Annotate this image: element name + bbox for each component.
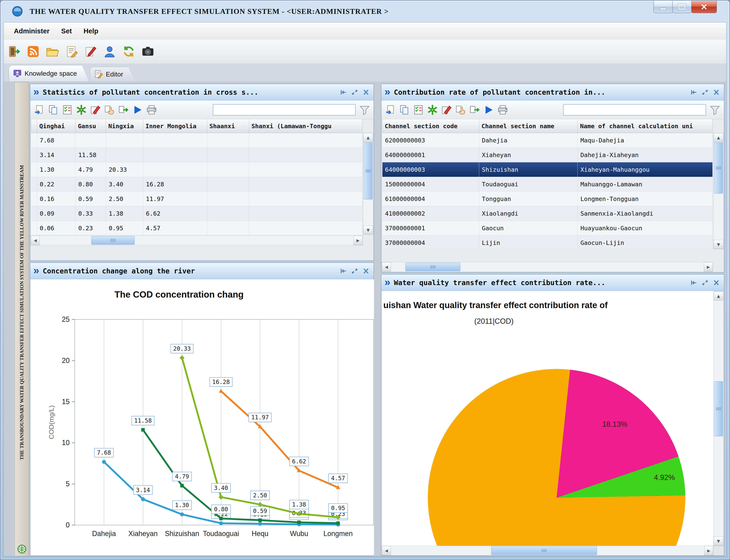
print-icon[interactable]: [497, 104, 508, 115]
filter-input[interactable]: [563, 104, 706, 116]
print-icon[interactable]: [146, 104, 157, 115]
table-row[interactable]: 37000000001GaocunHuayuankou-Gaocun: [382, 221, 713, 236]
checklist-icon[interactable]: [413, 104, 424, 115]
restore-icon[interactable]: [701, 88, 710, 96]
menu-help[interactable]: Help: [78, 26, 104, 36]
table-row[interactable]: 41000000002XiaolangdiSanmenxia-Xiaolangd…: [382, 206, 713, 221]
pin-icon[interactable]: [339, 88, 348, 96]
scroll-right-button[interactable]: ▶: [704, 546, 713, 555]
eraser-icon[interactable]: [90, 104, 101, 115]
maximize-button[interactable]: [672, 1, 692, 13]
panel-header[interactable]: » Statistics of pollutant concentration …: [30, 84, 373, 100]
scroll-left-button[interactable]: ◀: [31, 236, 40, 245]
pin-icon[interactable]: [689, 279, 698, 287]
scroll-up-button[interactable]: ▲: [714, 292, 723, 300]
vertical-scrollbar[interactable]: ▲ ▼: [363, 133, 373, 235]
rss-icon[interactable]: [27, 45, 40, 58]
pin-icon[interactable]: [689, 88, 698, 96]
table-row[interactable]: 61000000004TongguanLongmen-Tongguan: [382, 192, 713, 206]
copy-icon[interactable]: [399, 104, 410, 115]
close-icon[interactable]: [712, 88, 721, 96]
run-icon[interactable]: [483, 104, 494, 115]
table-row[interactable]: 0.220.803.4016.28: [31, 177, 362, 192]
horizontal-scrollbar[interactable]: ◀ ▶: [31, 236, 363, 245]
camera-icon[interactable]: [141, 45, 154, 58]
panel-header[interactable]: » Water quality transfer effect contribu…: [381, 275, 724, 291]
table-row[interactable]: 0.090.331.386.62: [31, 206, 362, 221]
horizontal-scrollbar[interactable]: ◀ ▶: [382, 262, 713, 272]
panel-header[interactable]: » Concentration change along the river: [30, 263, 373, 279]
scrollbar-thumb[interactable]: [364, 142, 372, 199]
column-header[interactable]: Gansu: [76, 119, 106, 133]
flower-icon[interactable]: [427, 104, 438, 115]
vertical-scrollbar[interactable]: ▲ ▼: [713, 133, 724, 249]
scroll-up-button[interactable]: ▲: [363, 133, 373, 142]
flower-icon[interactable]: [76, 104, 87, 115]
note-icon[interactable]: [65, 45, 78, 58]
column-header[interactable]: Ningxia: [106, 119, 143, 133]
table-row[interactable]: 7.68: [31, 133, 362, 148]
scroll-right-button[interactable]: ▶: [354, 236, 363, 245]
column-header[interactable]: Channel section name: [479, 119, 577, 133]
funnel-icon[interactable]: [710, 104, 720, 115]
close-icon[interactable]: [362, 88, 370, 96]
scrollbar-thumb[interactable]: [714, 142, 723, 194]
export-icon[interactable]: [469, 104, 480, 115]
minimize-button[interactable]: [653, 1, 673, 13]
table-row[interactable]: 0.160.592.5011.97: [31, 192, 362, 206]
import-icon[interactable]: [34, 104, 45, 115]
column-header[interactable]: Name of channel calculation uni: [578, 119, 713, 133]
close-icon[interactable]: [712, 279, 721, 287]
scrollbar-thumb[interactable]: [91, 236, 135, 245]
tab-knowledge-space[interactable]: Knowledge space: [9, 65, 89, 81]
restore-icon[interactable]: [350, 267, 359, 275]
table-row[interactable]: 37000000004LijinGaocun-Lijin: [382, 236, 713, 249]
run-icon[interactable]: [132, 104, 143, 115]
scroll-down-button[interactable]: ▼: [714, 240, 723, 249]
exit-icon[interactable]: [8, 45, 20, 58]
close-icon[interactable]: [362, 267, 370, 275]
refresh-icon[interactable]: [122, 45, 135, 58]
table-row[interactable]: 1.304.7920.33: [31, 162, 362, 177]
copy-icon[interactable]: [48, 104, 59, 115]
import-icon[interactable]: [385, 104, 396, 115]
funnel-icon[interactable]: [359, 104, 370, 115]
scroll-down-button[interactable]: ▼: [363, 226, 373, 235]
scrollbar-thumb[interactable]: [714, 381, 723, 436]
column-header[interactable]: Qinghai: [37, 119, 76, 133]
export-icon[interactable]: [118, 104, 129, 115]
checklist-icon[interactable]: [62, 104, 73, 115]
column-header[interactable]: Channel section code: [382, 119, 479, 133]
sign-pen-icon[interactable]: [84, 45, 97, 58]
filter-input[interactable]: [213, 104, 356, 116]
menu-set[interactable]: Set: [55, 26, 78, 36]
column-header[interactable]: [31, 119, 37, 133]
panel-header[interactable]: » Contribution rate of pollutant concent…: [381, 84, 724, 100]
table-row[interactable]: 64000000003ShizuishanXiaheyan-Mahuanggou: [382, 162, 713, 177]
hand-icon[interactable]: [455, 104, 466, 115]
scroll-up-button[interactable]: ▲: [714, 133, 723, 142]
table-row[interactable]: 64000000001XiaheyanDahejia-Xiaheyan: [382, 148, 713, 162]
scroll-right-button[interactable]: ▶: [704, 262, 713, 272]
horizontal-scrollbar[interactable]: ◀ ▶: [382, 546, 713, 556]
vertical-scrollbar[interactable]: ▲ ▼: [713, 291, 724, 546]
table-row[interactable]: 15000000004ToudaoguaiMahuanggo-Lamawan: [382, 177, 713, 192]
eraser-icon[interactable]: [441, 104, 452, 115]
scroll-left-button[interactable]: ◀: [382, 546, 391, 555]
restore-icon[interactable]: [701, 279, 710, 287]
scroll-down-button[interactable]: ▼: [714, 537, 723, 546]
table-row[interactable]: 62000000003DahejiaMaqu-Dahejia: [382, 133, 713, 148]
column-header[interactable]: Inner Mongolia: [143, 119, 207, 133]
hand-icon[interactable]: [104, 104, 115, 115]
restore-icon[interactable]: [350, 88, 359, 96]
scroll-left-button[interactable]: ◀: [382, 262, 391, 272]
column-header[interactable]: Shaanxi: [207, 119, 249, 133]
scrollbar-thumb[interactable]: [491, 546, 597, 555]
menu-administer[interactable]: Administer: [8, 26, 55, 36]
user-icon[interactable]: [103, 45, 116, 58]
pin-icon[interactable]: [339, 267, 348, 275]
open-folder-icon[interactable]: [46, 45, 59, 58]
table-row[interactable]: 0.060.230.954.57: [31, 221, 362, 235]
tab-editor[interactable]: Editor: [90, 67, 135, 81]
close-button[interactable]: [691, 1, 717, 13]
